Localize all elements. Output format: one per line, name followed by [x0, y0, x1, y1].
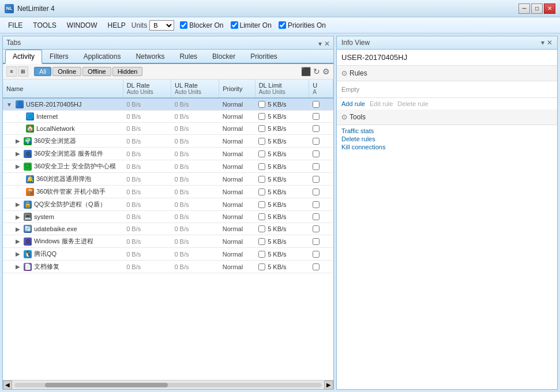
- ul-rate-cell: 0 B/s: [171, 186, 219, 198]
- dl-limit-checkbox[interactable]: [258, 251, 265, 258]
- limiter-on-checkbox[interactable]: Limiter On: [231, 21, 272, 29]
- close-button[interactable]: ✕: [544, 3, 555, 14]
- tab-priorities[interactable]: Priorities: [243, 50, 285, 64]
- tabs-collapse-icon[interactable]: ▾: [318, 40, 322, 48]
- tab-filters[interactable]: Filters: [42, 50, 76, 64]
- ul-limit-checkbox[interactable]: [313, 263, 320, 270]
- priority-cell: Normal: [219, 123, 255, 135]
- info-close-icon[interactable]: ✕: [547, 39, 553, 47]
- dl-limit-checkbox[interactable]: [258, 263, 265, 270]
- table-row[interactable]: ▶ 📄 文档修复 0 B/s 0 B/s Normal 5 KB/s: [3, 261, 333, 273]
- traffic-stats-link[interactable]: Traffic stats: [341, 127, 553, 134]
- ul-limit-cell: [309, 123, 333, 135]
- expand-arrow[interactable]: ▶: [16, 226, 20, 232]
- filter-offline[interactable]: Offline: [82, 67, 111, 76]
- dl-limit-checkbox[interactable]: [258, 150, 265, 157]
- table-row[interactable]: 🏠 LocalNetwork 0 B/s 0 B/s Normal 5 KB/s: [3, 123, 333, 135]
- stop-icon[interactable]: ⬛: [301, 67, 311, 76]
- ul-limit-cell: [309, 111, 333, 123]
- menu-file[interactable]: FILE: [3, 20, 27, 31]
- kill-connections-link[interactable]: Kill connections: [341, 144, 553, 150]
- ul-limit-checkbox[interactable]: [313, 163, 320, 170]
- table-row[interactable]: ▶ ⚙ 360安全浏览器 服务组件 0 B/s 0 B/s Normal 5 K…: [3, 148, 333, 160]
- expand-arrow[interactable]: ▶: [16, 251, 20, 257]
- maximize-button[interactable]: □: [531, 3, 543, 14]
- table-row[interactable]: 🌐 Internet 0 B/s 0 B/s Normal 5 KB/s: [3, 111, 333, 123]
- tab-blocker[interactable]: Blocker: [205, 50, 243, 64]
- ul-limit-checkbox[interactable]: [313, 189, 320, 195]
- add-rule-link[interactable]: Add rule: [341, 100, 365, 107]
- dl-limit-checkbox[interactable]: [258, 201, 265, 208]
- table-row[interactable]: ▶ 🛡 360安全卫士 安全防护中心模 0 B/s 0 B/s Normal 5…: [3, 160, 333, 173]
- expand-arrow[interactable]: ▶: [16, 201, 20, 208]
- dl-limit-checkbox[interactable]: [258, 101, 265, 108]
- dl-limit-checkbox[interactable]: [258, 238, 265, 245]
- info-collapse-icon[interactable]: ▾: [541, 39, 544, 47]
- table-row[interactable]: ▶ 🔄 udatebaike.exe 0 B/s 0 B/s Normal 5 …: [3, 223, 333, 235]
- dl-limit-value: 5 KB/s: [268, 263, 286, 270]
- dl-limit-checkbox[interactable]: [258, 138, 265, 145]
- tab-rules[interactable]: Rules: [172, 50, 205, 64]
- dl-limit-checkbox[interactable]: [258, 213, 265, 220]
- ul-limit-checkbox[interactable]: [313, 238, 320, 245]
- filter-hidden[interactable]: Hidden: [112, 67, 143, 76]
- menu-window[interactable]: WINDOW: [62, 20, 102, 31]
- expand-arrow[interactable]: ▶: [16, 263, 20, 270]
- ul-limit-checkbox[interactable]: [313, 101, 320, 108]
- minimize-button[interactable]: ─: [518, 3, 530, 14]
- table-row[interactable]: ▶ 🐧 腾讯QQ 0 B/s 0 B/s Normal 5 KB/s: [3, 248, 333, 261]
- filter-all[interactable]: All: [34, 67, 51, 76]
- filter-online[interactable]: Online: [52, 67, 81, 76]
- scrollbar-thumb[interactable]: [45, 383, 168, 387]
- priority-cell: Normal: [219, 248, 255, 261]
- list-view-icon[interactable]: ≡: [6, 66, 17, 77]
- ul-limit-checkbox[interactable]: [313, 113, 320, 120]
- rules-section-header[interactable]: ⊙ Rules: [337, 66, 557, 81]
- ul-limit-checkbox[interactable]: [313, 251, 320, 258]
- tabs-close-icon[interactable]: ✕: [324, 40, 330, 48]
- ul-limit-checkbox[interactable]: [313, 225, 320, 232]
- expand-arrow[interactable]: ▼: [6, 101, 12, 108]
- table-row[interactable]: ▶ 🔒 QQ安全防护进程（Q盾） 0 B/s 0 B/s Normal 5 KB…: [3, 198, 333, 211]
- expand-arrow[interactable]: ▶: [16, 238, 20, 244]
- dl-limit-checkbox[interactable]: [258, 189, 265, 195]
- table-row[interactable]: 🔔 360浏览器通用弹泡 0 B/s 0 B/s Normal 5 KB/s: [3, 173, 333, 186]
- priority-cell: Normal: [219, 148, 255, 160]
- table-row[interactable]: ▶ 🌍 360安全浏览器 0 B/s 0 B/s Normal 5 KB/s: [3, 135, 333, 148]
- blocker-on-checkbox[interactable]: Blocker On: [180, 21, 223, 29]
- units-select[interactable]: B KB MB: [149, 20, 174, 31]
- delete-rules-link[interactable]: Delete rules: [341, 135, 553, 142]
- tools-section-header[interactable]: ⊙ Tools: [337, 110, 557, 125]
- dl-limit-checkbox[interactable]: [258, 125, 265, 132]
- expand-arrow[interactable]: ▶: [16, 163, 20, 169]
- table-row[interactable]: ▶ ⚙ Windows 服务主进程 0 B/s 0 B/s Normal 5 K…: [3, 235, 333, 248]
- refresh-icon[interactable]: ↻: [313, 67, 320, 76]
- ul-limit-checkbox[interactable]: [313, 138, 320, 145]
- menu-tools[interactable]: TOOLS: [28, 20, 61, 31]
- ul-limit-checkbox[interactable]: [313, 150, 320, 157]
- scroll-right-arrow[interactable]: ▶: [324, 380, 333, 390]
- table-row[interactable]: 📦 360软件管家 开机小助手 0 B/s 0 B/s Normal 5 KB/…: [3, 186, 333, 198]
- ul-limit-checkbox[interactable]: [313, 176, 320, 183]
- dl-limit-checkbox[interactable]: [258, 163, 265, 170]
- tab-applications[interactable]: Applications: [76, 50, 129, 64]
- table-row[interactable]: ▼ 👤 USER-20170405HJ 0 B/s 0 B/s Normal 5…: [3, 98, 333, 111]
- menu-help[interactable]: HELP: [103, 20, 130, 31]
- filter-row: ≡ ⊞ All Online Offline Hidden ⬛ ↻ ⚙: [3, 64, 333, 80]
- priorities-on-checkbox[interactable]: Priorities On: [279, 21, 326, 29]
- ul-limit-checkbox[interactable]: [313, 125, 320, 132]
- ul-limit-checkbox[interactable]: [313, 201, 320, 208]
- scroll-left-arrow[interactable]: ◀: [3, 380, 12, 390]
- expand-arrow[interactable]: ▶: [16, 150, 20, 157]
- dl-limit-checkbox[interactable]: [258, 113, 265, 120]
- tab-networks[interactable]: Networks: [128, 50, 172, 64]
- settings-icon[interactable]: ⚙: [322, 67, 330, 76]
- dl-limit-checkbox[interactable]: [258, 225, 265, 232]
- expand-arrow[interactable]: ▶: [16, 138, 20, 144]
- ul-limit-checkbox[interactable]: [313, 213, 320, 220]
- table-row[interactable]: ▶ 💻 system 0 B/s 0 B/s Normal 5 KB/s: [3, 211, 333, 223]
- dl-limit-checkbox[interactable]: [258, 176, 265, 183]
- expand-arrow[interactable]: ▶: [16, 214, 20, 220]
- grid-view-icon[interactable]: ⊞: [18, 66, 28, 77]
- tab-activity[interactable]: Activity: [5, 50, 42, 64]
